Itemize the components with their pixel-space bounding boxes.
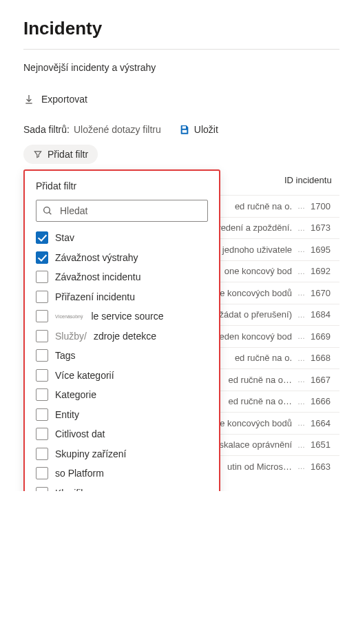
row-name-tail: ed ručně na o.	[235, 201, 292, 211]
checkbox[interactable]	[36, 467, 48, 479]
row-name-tail: více koncových bodů	[209, 418, 292, 428]
filter-search-input[interactable]	[59, 205, 202, 217]
save-filter-button[interactable]: Uložit	[179, 124, 218, 135]
row-id: 1668	[311, 353, 339, 363]
filter-option[interactable]: Služby/ zdroje detekce	[36, 330, 208, 342]
filter-option[interactable]: Kategorie	[36, 388, 208, 401]
filter-option-label: Skupiny zařízení	[55, 448, 127, 459]
ellipsis-icon: …	[297, 289, 305, 297]
export-label: Exportovat	[41, 94, 87, 105]
filter-option[interactable]: Klasifikace	[36, 487, 208, 491]
checkbox[interactable]	[36, 349, 48, 362]
download-icon	[23, 94, 34, 105]
row-id: 1684	[311, 309, 339, 320]
row-id: 1695	[311, 245, 339, 255]
checkbox[interactable]	[36, 369, 48, 382]
row-name-tail: ed ručně na o…	[228, 375, 292, 385]
filter-option[interactable]: Závažnost výstrahy	[36, 251, 208, 264]
ellipsis-icon: …	[297, 311, 305, 319]
row-id: 1666	[311, 396, 339, 406]
ellipsis-icon: …	[297, 202, 305, 210]
svg-line-1	[49, 212, 51, 214]
checkbox[interactable]	[36, 408, 48, 421]
page-subtitle: Nejnovější incidenty a výstrahy	[23, 62, 339, 73]
filter-option-label: Entity	[55, 409, 79, 420]
checkbox[interactable]	[36, 448, 48, 460]
row-id: 1670	[311, 288, 339, 298]
page-title: Incidenty	[23, 18, 339, 39]
filter-option-label: le service source	[91, 311, 163, 322]
filter-option-label: Tags	[55, 350, 76, 361]
row-id: 1664	[311, 418, 339, 428]
ellipsis-icon: …	[297, 267, 305, 276]
row-name-tail: ed ručně na o.	[235, 353, 292, 363]
checkbox[interactable]	[36, 291, 48, 303]
checkbox[interactable]	[36, 487, 48, 491]
checkbox-checked[interactable]	[36, 231, 48, 244]
filter-panel: Přidat filtr StavZávažnost výstrahyZávaž…	[23, 169, 220, 491]
filter-option-prefix: Vícenásobný	[55, 314, 83, 319]
divider	[23, 49, 339, 50]
filter-option-label: Více kategorií	[55, 370, 114, 381]
row-id: 1692	[311, 266, 339, 276]
filter-option[interactable]: Přiřazení incidentu	[36, 291, 208, 303]
filter-option[interactable]: Více kategorií	[36, 369, 208, 382]
filter-option-label: Závažnost incidentu	[55, 271, 141, 282]
row-name-tail: Eskalace oprávnění	[213, 439, 292, 450]
filterset-value[interactable]: Uložené dotazy filtru	[74, 124, 161, 135]
filter-option-label: so Platform	[55, 468, 104, 479]
checkbox[interactable]	[36, 310, 48, 322]
filter-option[interactable]: Entity	[36, 408, 208, 421]
row-id: 1651	[311, 439, 339, 450]
row-name-tail: ed ručně na o…	[228, 396, 292, 406]
filter-option-label: Klasifikace	[55, 488, 101, 491]
filter-option[interactable]: Stav	[36, 231, 208, 244]
checkbox[interactable]	[36, 388, 48, 401]
add-filter-label: Přidat filtr	[48, 149, 88, 160]
ellipsis-icon: …	[297, 462, 305, 470]
filter-option-label: Stav	[55, 232, 74, 243]
checkbox[interactable]	[36, 428, 48, 440]
filter-option-label: Přiřazení incidentu	[55, 291, 135, 302]
save-icon	[179, 124, 190, 135]
row-name-tail: one koncový bod	[224, 266, 292, 276]
add-filter-button[interactable]: Přidat filtr	[23, 145, 98, 164]
row-id: 1673	[311, 222, 339, 233]
filterset-label: Sada filtrů:	[23, 124, 70, 135]
filter-option[interactable]: Vícenásobnýle service source	[36, 310, 208, 322]
checkbox[interactable]	[36, 271, 48, 283]
ellipsis-icon: …	[297, 375, 305, 384]
filter-option-label: zdroje detekce	[94, 331, 156, 342]
ellipsis-icon: …	[297, 441, 305, 449]
row-id: 1667	[311, 375, 339, 385]
filter-panel-title: Přidat filtr	[36, 180, 208, 191]
svg-point-0	[44, 207, 50, 214]
row-name-tail: více koncových bodů	[209, 288, 292, 298]
checkbox-checked[interactable]	[36, 251, 48, 264]
filter-option-label: Kategorie	[55, 389, 96, 400]
save-label: Uložit	[194, 124, 218, 135]
row-name-tail: utin od Micros…	[227, 461, 292, 472]
ellipsis-icon: …	[297, 354, 305, 362]
ellipsis-icon: …	[297, 332, 305, 340]
export-button[interactable]: Exportovat	[23, 94, 339, 105]
ellipsis-icon: …	[297, 397, 305, 406]
filter-option[interactable]: Tags	[36, 349, 208, 362]
ellipsis-icon: …	[297, 419, 305, 427]
filter-option[interactable]: Závažnost incidentu	[36, 271, 208, 283]
filter-option-label: Citlivost dat	[55, 428, 105, 439]
filter-option-prefix: Služby/	[55, 331, 87, 342]
row-id: 1669	[311, 331, 339, 342]
row-id: 1700	[311, 201, 339, 211]
row-id: 1663	[311, 461, 339, 472]
filter-search[interactable]	[36, 200, 208, 222]
column-header-id[interactable]: ID incidentu	[284, 175, 339, 185]
filter-icon	[33, 149, 43, 159]
filter-option[interactable]: Citlivost dat	[36, 428, 208, 440]
filter-option[interactable]: so Platform	[36, 467, 208, 479]
search-icon	[42, 205, 53, 216]
ellipsis-icon: …	[297, 224, 305, 232]
checkbox[interactable]	[36, 330, 48, 342]
filter-option[interactable]: Skupiny zařízení	[36, 448, 208, 460]
filter-option-label: Závažnost výstrahy	[55, 252, 138, 263]
